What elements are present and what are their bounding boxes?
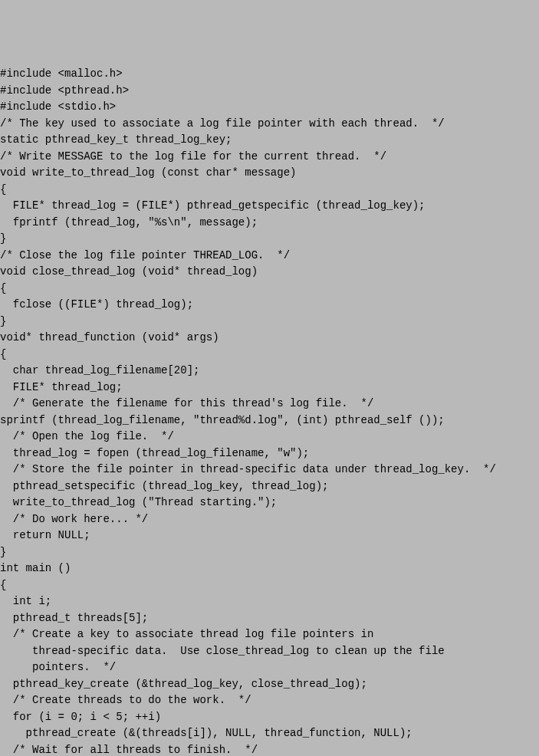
- code-line: fclose ((FILE*) thread_log);: [0, 297, 539, 314]
- code-line: /* Create a key to associate thread log …: [0, 626, 539, 643]
- code-line: void close_thread_log (void* thread_log): [0, 264, 539, 281]
- code-line: pointers. */: [0, 659, 539, 676]
- code-line: FILE* thread_log;: [0, 380, 539, 396]
- code-line: for (i = 0; i < 5; ++i): [0, 709, 539, 726]
- code-line: #include <malloc.h>: [0, 66, 539, 83]
- code-line: int main (): [0, 560, 539, 577]
- code-line: /* Open the log file. */: [0, 429, 539, 445]
- code-line: }: [0, 544, 539, 561]
- code-line: pthread_setspecific (thread_log_key, thr…: [0, 478, 539, 495]
- code-line: /* Close the log file pointer THREAD_LOG…: [0, 248, 539, 265]
- code-line: write_to_thread_log ("Thread starting.")…: [0, 495, 539, 511]
- code-line: fprintf (thread_log, "%s\n", message);: [0, 215, 539, 232]
- code-line: void* thread_function (void* args): [0, 330, 539, 347]
- code-line: static pthread_key_t thread_log_key;: [0, 132, 539, 149]
- code-line: {: [0, 577, 539, 594]
- code-line: /* Create threads to do the work. */: [0, 692, 539, 709]
- code-line: void write_to_thread_log (const char* me…: [0, 165, 539, 182]
- code-line: #include <pthread.h>: [0, 83, 539, 100]
- code-line: {: [0, 347, 539, 363]
- code-line: pthread_create (&(threads[i]), NULL, thr…: [0, 725, 539, 742]
- code-line: return NULL;: [0, 528, 539, 544]
- code-line: thread_log = fopen (thread_log_filename,…: [0, 445, 539, 462]
- code-line: }: [0, 231, 539, 248]
- code-line: {: [0, 281, 539, 297]
- code-line: thread-specific data. Use close_thread_l…: [0, 643, 539, 660]
- code-line: /* Generate the filename for this thread…: [0, 396, 539, 413]
- code-line: /* The key used to associate a log file …: [0, 116, 539, 133]
- code-line: {: [0, 182, 539, 199]
- code-line: /* Wait for all threads to finish. */: [0, 742, 539, 757]
- code-line: /* Store the file pointer in thread-spec…: [0, 462, 539, 478]
- code-block: #include <malloc.h>#include <pthread.h>#…: [0, 66, 539, 756]
- code-line: sprintf (thread_log_filename, "thread%d.…: [0, 413, 539, 429]
- code-line: FILE* thread_log = (FILE*) pthread_getsp…: [0, 198, 539, 215]
- code-line: #include <stdio.h>: [0, 99, 539, 116]
- code-line: /* Do work here... */: [0, 511, 539, 528]
- code-line: }: [0, 314, 539, 330]
- code-line: int i;: [0, 593, 539, 610]
- code-line: pthread_key_create (&thread_log_key, clo…: [0, 676, 539, 693]
- code-line: pthread_t threads[5];: [0, 610, 539, 627]
- code-line: char thread_log_filename[20];: [0, 363, 539, 380]
- code-line: /* Write MESSAGE to the log file for the…: [0, 149, 539, 166]
